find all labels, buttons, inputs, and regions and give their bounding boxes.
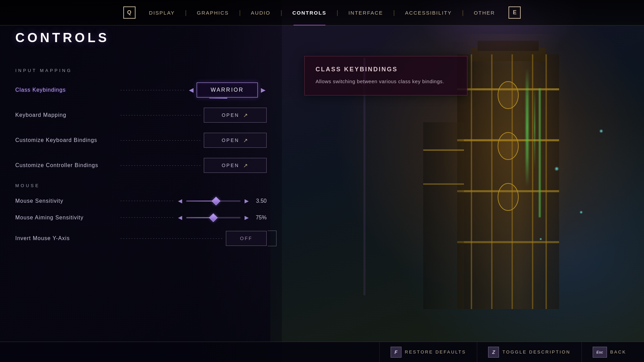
dots-keyboard-mapping (121, 115, 200, 115)
svg-point-14 (498, 183, 518, 211)
label-restore: RESTORE DEFAULTS (405, 349, 466, 355)
svg-rect-10 (532, 54, 533, 309)
slider-aiming-right-arrow[interactable]: ▶ (243, 214, 250, 221)
tooltip-text: Allows switching between various class k… (316, 78, 456, 86)
svg-point-13 (498, 132, 518, 160)
nav-sep-5: | (393, 9, 396, 16)
bottom-bar: F RESTORE DEFAULTS Z TOGGLE DESCRIPTION … (0, 342, 644, 362)
tooltip-panel: CLASS KEYBINDINGS Allows switching betwe… (304, 56, 467, 95)
nav-item-display[interactable]: DISPLAY (140, 0, 184, 25)
svg-rect-11 (545, 54, 547, 309)
nav-prev-key[interactable]: Q (123, 6, 136, 19)
nav-sep-6: | (461, 9, 464, 16)
toggle-invert-mouse[interactable]: OFF (226, 231, 267, 246)
svg-rect-6 (457, 241, 559, 243)
nav-item-accessibility[interactable]: ACCESSIBILITY (396, 0, 462, 25)
nav-item-controls[interactable]: CONTROLS (283, 0, 336, 25)
nav-item-other[interactable]: OTHER (464, 0, 505, 25)
btn-customize-controller[interactable]: OPEN ↗ (204, 158, 267, 173)
nav-sep-4: | (336, 9, 339, 16)
slider-sensitivity-left-arrow[interactable]: ◀ (177, 198, 183, 204)
action-toggle-description[interactable]: Z TOGGLE DESCRIPTION (477, 342, 581, 362)
action-restore-defaults[interactable]: F RESTORE DEFAULTS (379, 342, 477, 362)
btn-keyboard-mapping[interactable]: OPEN ↗ (204, 108, 267, 123)
sparkle-3 (539, 238, 542, 240)
nav-sep-2: | (238, 9, 242, 16)
key-restore: F (391, 347, 401, 358)
btn-keyboard-mapping-label: OPEN (222, 112, 239, 118)
label-toggle: TOGGLE DESCRIPTION (502, 349, 570, 355)
key-back: Esc (593, 347, 607, 358)
row-keyboard-mapping: Keyboard Mapping OPEN ↗ (15, 108, 267, 123)
external-link-icon-1: ↗ (243, 112, 249, 119)
label-class-keybindings: Class Keybindings (15, 87, 117, 93)
btn-customize-controller-label: OPEN (222, 163, 239, 168)
tooltip-title: CLASS KEYBINDINGS (316, 66, 456, 73)
dots-invert-mouse (121, 238, 222, 239)
section-input-mapping: INPUT MAPPING (15, 68, 267, 73)
label-keyboard-mapping: Keyboard Mapping (15, 112, 117, 118)
btn-customize-keyboard-label: OPEN (222, 138, 239, 143)
svg-rect-8 (491, 54, 493, 309)
label-customize-keyboard: Customize Keyboard Bindings (15, 137, 117, 143)
label-back: BACK (610, 349, 626, 355)
toggle-invert-mouse-value: OFF (240, 236, 253, 241)
row-invert-mouse: Invert Mouse Y-Axis OFF (15, 231, 267, 246)
green-light-streak-2 (534, 85, 535, 170)
svg-point-12 (498, 82, 518, 109)
page-title: CONTROLS (15, 31, 109, 45)
content-area: INPUT MAPPING Class Keybindings ◀ WARRIO… (0, 54, 282, 350)
key-toggle: Z (488, 347, 499, 358)
external-link-icon-2: ↗ (243, 137, 249, 144)
nav-bar: Q DISPLAY | GRAPHICS | AUDIO | CONTROLS … (0, 0, 644, 25)
svg-rect-18 (539, 88, 541, 217)
selector-next-arrow[interactable]: ▶ (260, 86, 267, 94)
dots-mouse-aiming-sensitivity (121, 217, 173, 218)
sparkle-4 (599, 129, 603, 133)
nav-item-graphics[interactable]: GRAPHICS (187, 0, 238, 25)
slider-mouse-aiming[interactable]: ◀ ▶ (177, 214, 251, 221)
row-mouse-aiming-sensitivity: Mouse Aiming Sensitivity ◀ ▶ 75% (15, 214, 267, 221)
dots-customize-controller (121, 165, 200, 166)
value-mouse-aiming: 75% (251, 215, 267, 221)
selector-prev-arrow[interactable]: ◀ (188, 86, 195, 94)
section-mouse: MOUSE (15, 183, 267, 188)
nav-next-key[interactable]: E (508, 6, 521, 19)
action-back[interactable]: Esc BACK (582, 342, 637, 362)
row-mouse-sensitivity: Mouse Sensitivity ◀ ▶ 3.50 (15, 198, 267, 204)
svg-rect-17 (423, 183, 464, 185)
slider-aiming-track[interactable] (186, 217, 240, 218)
slider-mouse-sensitivity[interactable]: ◀ ▶ (177, 198, 251, 204)
label-customize-controller: Customize Controller Bindings (15, 162, 117, 168)
label-mouse-sensitivity: Mouse Sensitivity (15, 198, 117, 204)
nav-item-interface[interactable]: INTERFACE (339, 0, 393, 25)
sparkle-1 (554, 166, 559, 171)
sparkle-2 (579, 211, 583, 214)
slider-sensitivity-track[interactable] (186, 200, 240, 202)
dots-customize-keyboard (121, 140, 200, 141)
green-light-streak (526, 68, 529, 187)
row-customize-controller: Customize Controller Bindings OPEN ↗ (15, 158, 267, 173)
selector-value[interactable]: WARRIOR (197, 83, 258, 97)
dots-mouse-sensitivity (121, 201, 173, 201)
slider-aiming-left-arrow[interactable]: ◀ (177, 214, 183, 221)
nav-item-audio[interactable]: AUDIO (242, 0, 280, 25)
value-mouse-sensitivity: 3.50 (251, 198, 267, 204)
nav-sep-1: | (184, 9, 187, 16)
slider-sensitivity-thumb[interactable] (212, 197, 220, 205)
warrior-selector[interactable]: ◀ WARRIOR ▶ (188, 83, 267, 97)
nav-sep-3: | (280, 9, 283, 16)
label-mouse-aiming-sensitivity: Mouse Aiming Sensitivity (15, 215, 117, 221)
slider-aiming-thumb[interactable] (209, 213, 217, 222)
row-class-keybindings: Class Keybindings ◀ WARRIOR ▶ (15, 83, 267, 97)
svg-rect-16 (423, 149, 464, 151)
label-invert-mouse: Invert Mouse Y-Axis (15, 235, 117, 241)
svg-rect-7 (471, 54, 472, 309)
external-link-icon-3: ↗ (243, 162, 249, 169)
dots-class-keybindings (121, 90, 184, 90)
btn-customize-keyboard[interactable]: OPEN ↗ (204, 133, 267, 148)
slider-sensitivity-right-arrow[interactable]: ▶ (243, 198, 250, 204)
row-customize-keyboard: Customize Keyboard Bindings OPEN ↗ (15, 133, 267, 148)
